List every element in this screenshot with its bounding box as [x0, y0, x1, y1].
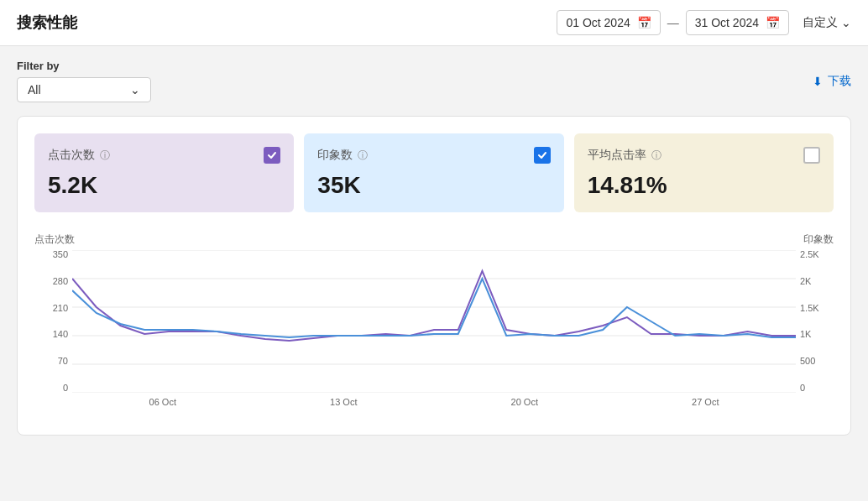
filter-value: All: [28, 83, 41, 97]
checkmark-icon: [537, 150, 547, 160]
y-left-tick-2: 280: [34, 277, 68, 286]
metric-card-clicks: 点击次数 ⓘ 5.2K: [34, 133, 294, 212]
chart-header: 点击次数 印象数: [34, 232, 834, 247]
metric-name-ctr: 平均点击率: [588, 148, 646, 163]
chart-area: 点击次数 印象数 350 280 210 140 70 0: [34, 232, 834, 418]
download-label: 下载: [828, 74, 851, 89]
calendar-end-icon: 📅: [766, 16, 780, 29]
chevron-down-icon: ⌄: [130, 83, 140, 97]
x-tick-1: 06 Oct: [149, 397, 176, 418]
y-axis-right: 2.5K 2K 1.5K 1K 500 0: [800, 250, 834, 393]
y-left-tick-1: 350: [34, 250, 68, 259]
filter-label: Filter by: [17, 60, 151, 72]
metric-title-ctr: 平均点击率 ⓘ: [588, 148, 661, 163]
y-left-tick-5: 70: [34, 357, 68, 366]
filter-left: Filter by All ⌄: [17, 60, 151, 102]
x-tick-4: 27 Oct: [692, 397, 719, 418]
metric-header-clicks: 点击次数 ⓘ: [48, 147, 280, 164]
x-tick-2: 13 Oct: [330, 397, 357, 418]
customize-label: 自定义: [803, 15, 838, 30]
metric-value-impressions: 35K: [317, 172, 550, 199]
filter-section: Filter by All ⌄ ⬇ 下载: [0, 46, 868, 109]
metric-checkbox-impressions[interactable]: [534, 147, 551, 164]
metric-card-ctr: 平均点击率 ⓘ 14.81%: [574, 133, 834, 212]
y-left-tick-4: 140: [34, 330, 68, 339]
metric-checkbox-ctr[interactable]: [803, 147, 820, 164]
chevron-down-icon: ⌄: [841, 16, 851, 29]
page-title: 搜索性能: [17, 13, 77, 33]
header-controls: 01 Oct 2024 📅 — 31 Oct 2024 📅 自定义 ⌄: [557, 10, 851, 35]
impressions-line: [72, 279, 796, 337]
page-header: 搜索性能 01 Oct 2024 📅 — 31 Oct 2024 📅 自定义 ⌄: [0, 0, 868, 46]
download-icon: ⬇: [813, 75, 823, 88]
x-tick-3: 20 Oct: [511, 397, 538, 418]
download-button[interactable]: ⬇ 下载: [813, 74, 851, 89]
metric-cards: 点击次数 ⓘ 5.2K 印象数 ⓘ: [34, 133, 834, 212]
y-left-tick-3: 210: [34, 304, 68, 313]
date-start-input[interactable]: 01 Oct 2024 📅: [557, 10, 660, 35]
chart-left-label: 点击次数: [34, 232, 75, 247]
metric-title-impressions: 印象数 ⓘ: [317, 148, 368, 163]
y-right-tick-2: 2K: [800, 277, 834, 286]
checkmark-icon: [267, 150, 277, 160]
metric-value-clicks: 5.2K: [48, 172, 280, 199]
date-separator: —: [667, 16, 679, 29]
main-card: 点击次数 ⓘ 5.2K 印象数 ⓘ: [17, 116, 851, 436]
y-left-tick-6: 0: [34, 384, 68, 393]
y-right-tick-6: 0: [800, 384, 834, 393]
calendar-start-icon: 📅: [637, 16, 651, 29]
y-right-tick-1: 2.5K: [800, 250, 834, 259]
metric-title-clicks: 点击次数 ⓘ: [48, 148, 110, 163]
info-icon-clicks[interactable]: ⓘ: [100, 149, 110, 163]
y-right-tick-5: 500: [800, 357, 834, 366]
date-range-control: 01 Oct 2024 📅 — 31 Oct 2024 📅: [557, 10, 789, 35]
metric-card-impressions: 印象数 ⓘ 35K: [304, 133, 563, 212]
y-right-tick-3: 1.5K: [800, 304, 834, 313]
date-start-value: 01 Oct 2024: [566, 16, 630, 29]
info-icon-ctr[interactable]: ⓘ: [651, 149, 661, 163]
info-icon-impressions[interactable]: ⓘ: [358, 149, 368, 163]
metric-value-ctr: 14.81%: [588, 172, 820, 199]
y-right-tick-4: 1K: [800, 330, 834, 339]
metric-checkbox-clicks[interactable]: [264, 147, 280, 164]
metric-header-ctr: 平均点击率 ⓘ: [588, 147, 820, 164]
date-end-value: 31 Oct 2024: [695, 16, 759, 29]
metric-name-clicks: 点击次数: [48, 148, 95, 163]
chart-right-label: 印象数: [803, 232, 834, 247]
metric-name-impressions: 印象数: [317, 148, 353, 163]
customize-button[interactable]: 自定义 ⌄: [803, 15, 851, 30]
chart-svg: [72, 250, 796, 393]
metric-header-impressions: 印象数 ⓘ: [317, 147, 550, 164]
y-axis-left: 350 280 210 140 70 0: [34, 250, 68, 393]
date-end-input[interactable]: 31 Oct 2024 📅: [686, 10, 789, 35]
chart-container: 350 280 210 140 70 0: [34, 250, 834, 418]
filter-select[interactable]: All ⌄: [17, 77, 151, 102]
x-axis: 06 Oct 13 Oct 20 Oct 27 Oct: [72, 397, 796, 418]
